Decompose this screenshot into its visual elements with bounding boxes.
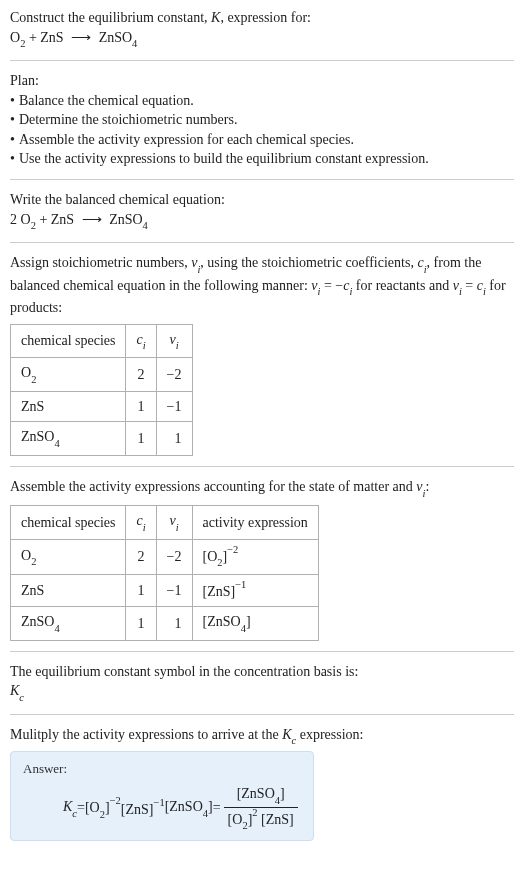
- cell-species: O2: [11, 539, 126, 574]
- cell-ci: 2: [126, 539, 156, 574]
- eqconst-text: The equilibrium constant symbol in the c…: [10, 662, 514, 682]
- plus: +: [25, 30, 40, 45]
- multiply-text: Mulitply the activity expressions to arr…: [10, 725, 514, 747]
- col-nui: νi: [156, 506, 192, 539]
- bullet-icon: •: [10, 149, 15, 169]
- plan-block: Plan: •Balance the chemical equation. •D…: [10, 71, 514, 169]
- balanced-equation: 2 O2 + ZnS ⟶ ZnSO4: [10, 210, 514, 232]
- stoich-text: Assign stoichiometric numbers, νi, using…: [10, 253, 514, 318]
- col-species: chemical species: [11, 506, 126, 539]
- table-header-row: chemical species ci νi activity expressi…: [11, 506, 319, 539]
- species-zns: ZnS: [40, 30, 63, 45]
- divider: [10, 714, 514, 715]
- reaction-arrow-icon: ⟶: [71, 28, 91, 48]
- plan-item: •Determine the stoichiometric numbers.: [10, 110, 514, 130]
- cell-activity: [ZnS]−1: [192, 574, 318, 606]
- answer-box: Answer: Kc = [O2]−2 [ZnS]−1 [ZnSO4] = [Z…: [10, 751, 314, 841]
- i-subscript: i: [197, 264, 200, 275]
- prompt-line1: Construct the equilibrium constant, K, e…: [10, 8, 514, 28]
- stoich-block: Assign stoichiometric numbers, νi, using…: [10, 253, 514, 456]
- multiply-block: Mulitply the activity expressions to arr…: [10, 725, 514, 841]
- c-symbol: c: [417, 255, 423, 270]
- bullet-icon: •: [10, 130, 15, 150]
- term-o2: [O2]−2: [85, 796, 121, 820]
- fraction-numerator: [ZnSO4]: [224, 784, 298, 807]
- cell-ci: 1: [126, 574, 156, 606]
- cell-species: ZnSO4: [11, 607, 126, 640]
- prompt-equation: O2 + ZnS ⟶ ZnSO4: [10, 28, 514, 50]
- cell-species: ZnSO4: [11, 422, 126, 455]
- nu-symbol: ν: [453, 278, 459, 293]
- nu-symbol: ν: [416, 479, 422, 494]
- table-header-row: chemical species ci νi: [11, 324, 193, 357]
- col-activity: activity expression: [192, 506, 318, 539]
- cell-species: O2: [11, 358, 126, 391]
- cell-nui: 1: [156, 422, 192, 455]
- table-row: ZnSO4 1 1 [ZnSO4]: [11, 607, 319, 640]
- coef: 2: [10, 212, 21, 227]
- term-znso4: [ZnSO4]: [165, 797, 213, 819]
- activity-block: Assemble the activity expressions accoun…: [10, 477, 514, 641]
- k-symbol: K: [211, 10, 220, 25]
- fraction: [ZnSO4] [O2]2 [ZnS]: [224, 784, 298, 832]
- plan-text: Use the activity expressions to build th…: [19, 149, 429, 169]
- kc-symbol: K: [282, 727, 291, 742]
- fraction-denominator: [O2]2 [ZnS]: [224, 808, 298, 832]
- table-row: O2 2 −2 [O2]−2: [11, 539, 319, 574]
- prompt-text: Construct the equilibrium constant,: [10, 10, 211, 25]
- prompt-text-b: , expression for:: [220, 10, 311, 25]
- kc-symbol: Kc: [10, 681, 514, 703]
- species-zns: ZnS: [51, 212, 74, 227]
- col-nui: νi: [156, 324, 192, 357]
- i-subscript: i: [424, 264, 427, 275]
- cell-species: ZnS: [11, 574, 126, 606]
- answer-equation: Kc = [O2]−2 [ZnS]−1 [ZnSO4] = [ZnSO4] [O…: [23, 784, 301, 832]
- divider: [10, 60, 514, 61]
- plan-text: Assemble the activity expression for eac…: [19, 130, 354, 150]
- balanced-title: Write the balanced chemical equation:: [10, 190, 514, 210]
- col-ci: ci: [126, 506, 156, 539]
- prompt-block: Construct the equilibrium constant, K, e…: [10, 8, 514, 50]
- table-row: ZnS 1 −1: [11, 391, 193, 422]
- table-row: O2 2 −2: [11, 358, 193, 391]
- cell-activity: [ZnSO4]: [192, 607, 318, 640]
- bullet-icon: •: [10, 110, 15, 130]
- divider: [10, 466, 514, 467]
- nu-symbol: ν: [311, 278, 317, 293]
- kc-lhs: Kc: [63, 797, 77, 819]
- eqconst-block: The equilibrium constant symbol in the c…: [10, 662, 514, 704]
- cell-nui: 1: [156, 607, 192, 640]
- col-species: chemical species: [11, 324, 126, 357]
- cell-ci: 2: [126, 358, 156, 391]
- cell-nui: −2: [156, 539, 192, 574]
- divider: [10, 242, 514, 243]
- cell-ci: 1: [126, 391, 156, 422]
- balanced-block: Write the balanced chemical equation: 2 …: [10, 190, 514, 232]
- cell-nui: −1: [156, 391, 192, 422]
- plan-title: Plan:: [10, 71, 514, 91]
- plan-text: Balance the chemical equation.: [19, 91, 194, 111]
- species-o2: O2: [10, 30, 25, 45]
- species-znso4: ZnSO4: [99, 30, 138, 45]
- cell-activity: [O2]−2: [192, 539, 318, 574]
- species-o2: O2: [21, 212, 36, 227]
- table-row: ZnSO4 1 1: [11, 422, 193, 455]
- cell-ci: 1: [126, 607, 156, 640]
- divider: [10, 651, 514, 652]
- col-ci: ci: [126, 324, 156, 357]
- plus: +: [36, 212, 51, 227]
- activity-text: Assemble the activity expressions accoun…: [10, 477, 514, 499]
- plan-item: •Assemble the activity expression for ea…: [10, 130, 514, 150]
- reaction-arrow-icon: ⟶: [82, 210, 102, 230]
- i-subscript: i: [423, 488, 426, 499]
- plan-text: Determine the stoichiometric numbers.: [19, 110, 238, 130]
- bullet-icon: •: [10, 91, 15, 111]
- cell-nui: −1: [156, 574, 192, 606]
- term-zns: [ZnS]−1: [121, 798, 165, 819]
- plan-item: •Balance the chemical equation.: [10, 91, 514, 111]
- cell-nui: −2: [156, 358, 192, 391]
- cell-species: ZnS: [11, 391, 126, 422]
- table-row: ZnS 1 −1 [ZnS]−1: [11, 574, 319, 606]
- plan-item: •Use the activity expressions to build t…: [10, 149, 514, 169]
- answer-label: Answer:: [23, 760, 301, 778]
